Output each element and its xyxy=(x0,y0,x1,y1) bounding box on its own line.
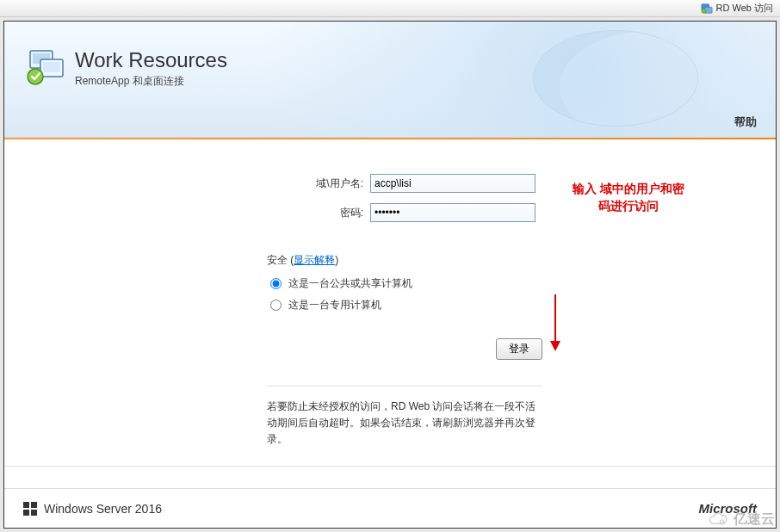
paren-close: ) xyxy=(335,254,338,266)
windows-brand-text: Windows Server 2016 xyxy=(44,502,162,516)
logo-block: Work Resources RemoteApp 和桌面连接 xyxy=(25,47,227,89)
windows-logo-icon xyxy=(23,502,37,516)
show-explain-link[interactable]: 显示解释 xyxy=(294,254,335,266)
signin-button[interactable]: 登录 xyxy=(496,338,542,360)
security-heading: 安全 (显示解释) xyxy=(267,253,542,268)
page-title: Work Resources xyxy=(75,48,227,72)
microsoft-brand: Microsoft xyxy=(699,501,758,516)
username-label: 域\用户名: xyxy=(254,176,370,191)
page-subtitle: RemoteApp 和桌面连接 xyxy=(75,74,227,89)
svg-rect-10 xyxy=(23,510,29,516)
svg-rect-8 xyxy=(23,502,29,508)
help-link[interactable]: 帮助 xyxy=(734,114,757,130)
svg-rect-6 xyxy=(43,62,60,72)
footer: Windows Server 2016 Microsoft xyxy=(4,488,776,528)
content-area: 域\用户名: 密码: 安全 (显示解释) 这是一台公共或共享计算机 这是一台专用… xyxy=(4,139,776,467)
radio-private[interactable] xyxy=(270,300,282,311)
login-form: 域\用户名: 密码: xyxy=(254,174,547,222)
security-prefix: 安全 xyxy=(267,254,288,266)
username-input[interactable] xyxy=(370,174,535,193)
browser-tab-title: RD Web 访问 xyxy=(716,2,773,15)
radio-private-row[interactable]: 这是一台专用计算机 xyxy=(270,298,542,312)
password-label: 密码: xyxy=(254,206,370,220)
browser-tab-bar: RD Web 访问 xyxy=(0,0,780,17)
radio-public-label: 这是一台公共或共享计算机 xyxy=(288,276,412,291)
timeout-notice: 若要防止未经授权的访问，RD Web 访问会话将在一段不活动期间后自动超时。如果… xyxy=(267,399,542,448)
radio-public[interactable] xyxy=(270,278,282,289)
page-frame: Work Resources RemoteApp 和桌面连接 帮助 域\用户名:… xyxy=(3,21,777,529)
windows-brand: Windows Server 2016 xyxy=(23,502,162,516)
svg-point-2 xyxy=(701,9,705,13)
security-block: 安全 (显示解释) 这是一台公共或共享计算机 这是一台专用计算机 xyxy=(267,253,542,312)
radio-private-label: 这是一台专用计算机 xyxy=(288,298,381,312)
svg-rect-11 xyxy=(31,510,37,516)
password-input[interactable] xyxy=(370,203,535,222)
divider-thin xyxy=(267,386,542,387)
svg-rect-9 xyxy=(31,502,37,508)
remoteapp-logo-icon xyxy=(25,47,66,89)
rdweb-tab-icon xyxy=(701,3,713,15)
svg-point-7 xyxy=(28,69,43,84)
radio-public-row[interactable]: 这是一台公共或共享计算机 xyxy=(270,276,542,291)
banner: Work Resources RemoteApp 和桌面连接 帮助 xyxy=(4,22,776,138)
